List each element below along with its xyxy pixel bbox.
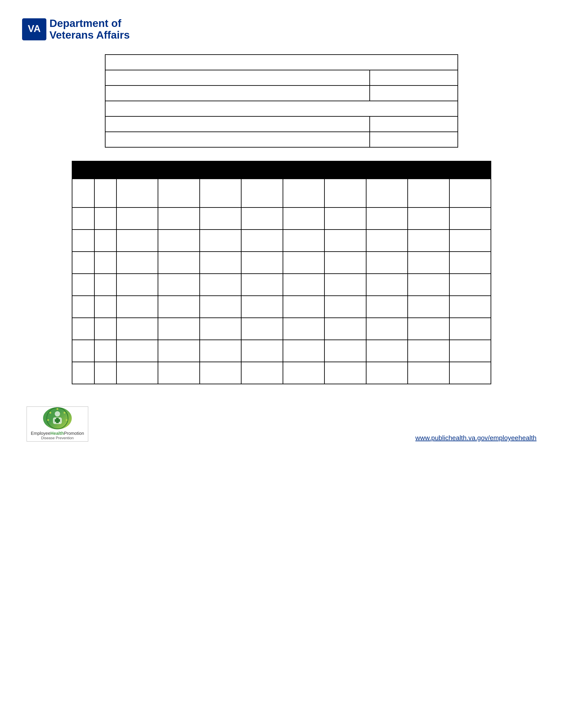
grid-cell[interactable] xyxy=(325,229,366,251)
grid-cell[interactable] xyxy=(283,229,324,251)
grid-cell[interactable] xyxy=(94,318,117,340)
grid-cell[interactable] xyxy=(241,362,283,384)
grid-cell[interactable] xyxy=(72,340,94,362)
grid-cell[interactable] xyxy=(283,362,324,384)
grid-cell[interactable] xyxy=(283,207,324,229)
grid-cell[interactable] xyxy=(72,362,94,384)
grid-cell[interactable] xyxy=(408,207,449,229)
grid-cell[interactable] xyxy=(241,340,283,362)
grid-cell[interactable] xyxy=(94,251,117,274)
grid-cell[interactable] xyxy=(449,362,491,384)
grid-cell[interactable] xyxy=(408,251,449,274)
grid-cell[interactable] xyxy=(158,229,199,251)
grid-cell[interactable] xyxy=(72,251,94,274)
grid-cell[interactable] xyxy=(449,274,491,296)
grid-cell[interactable] xyxy=(283,296,324,318)
grid-cell[interactable] xyxy=(72,207,94,229)
grid-cell[interactable] xyxy=(283,251,324,274)
website-link[interactable]: www.publichealth.va.gov/employeehealth xyxy=(415,434,537,442)
grid-cell[interactable] xyxy=(199,229,241,251)
grid-cell[interactable] xyxy=(199,274,241,296)
grid-cell[interactable] xyxy=(449,207,491,229)
grid-cell[interactable] xyxy=(199,251,241,274)
grid-cell[interactable] xyxy=(158,296,199,318)
ehp-logo-circle xyxy=(43,407,72,429)
grid-cell[interactable] xyxy=(94,207,117,229)
grid-cell[interactable] xyxy=(366,274,408,296)
grid-cell[interactable] xyxy=(199,207,241,229)
form-cell-left-2[interactable] xyxy=(105,70,370,85)
grid-cell[interactable] xyxy=(158,251,199,274)
grid-cell[interactable] xyxy=(94,362,117,384)
grid-cell[interactable] xyxy=(117,362,158,384)
grid-cell[interactable] xyxy=(449,340,491,362)
grid-cell[interactable] xyxy=(72,318,94,340)
grid-cell[interactable] xyxy=(117,274,158,296)
grid-cell[interactable] xyxy=(283,340,324,362)
grid-cell[interactable] xyxy=(366,229,408,251)
grid-cell[interactable] xyxy=(449,296,491,318)
grid-cell[interactable] xyxy=(117,207,158,229)
grid-cell[interactable] xyxy=(283,318,324,340)
form-cell-right-2[interactable] xyxy=(370,70,458,85)
grid-cell[interactable] xyxy=(241,251,283,274)
grid-cell[interactable] xyxy=(117,340,158,362)
grid-cell[interactable] xyxy=(325,296,366,318)
grid-cell[interactable] xyxy=(366,207,408,229)
grid-cell[interactable] xyxy=(408,274,449,296)
grid-cell[interactable] xyxy=(408,362,449,384)
grid-cell[interactable] xyxy=(325,274,366,296)
grid-cell[interactable] xyxy=(117,229,158,251)
grid-cell[interactable] xyxy=(366,362,408,384)
grid-cell[interactable] xyxy=(241,229,283,251)
grid-cell[interactable] xyxy=(94,274,117,296)
grid-cell[interactable] xyxy=(325,318,366,340)
grid-cell[interactable] xyxy=(117,251,158,274)
grid-cell[interactable] xyxy=(366,251,408,274)
grid-cell[interactable] xyxy=(408,229,449,251)
grid-cell[interactable] xyxy=(325,207,366,229)
grid-cell[interactable] xyxy=(408,318,449,340)
grid-cell[interactable] xyxy=(241,274,283,296)
grid-cell[interactable] xyxy=(199,296,241,318)
grid-cell[interactable] xyxy=(72,274,94,296)
grid-cell[interactable] xyxy=(366,318,408,340)
grid-cell[interactable] xyxy=(158,207,199,229)
grid-cell[interactable] xyxy=(72,229,94,251)
grid-cell[interactable] xyxy=(117,296,158,318)
form-cell-right-6[interactable] xyxy=(370,132,458,147)
grid-cell[interactable] xyxy=(94,229,117,251)
grid-cell[interactable] xyxy=(158,340,199,362)
grid-cell[interactable] xyxy=(94,340,117,362)
form-cell-left-6[interactable] xyxy=(105,132,370,147)
grid-cell[interactable] xyxy=(325,251,366,274)
form-cell-full-4[interactable] xyxy=(105,101,458,116)
grid-cell[interactable] xyxy=(199,340,241,362)
grid-cell[interactable] xyxy=(199,362,241,384)
grid-cell[interactable] xyxy=(158,318,199,340)
grid-cell[interactable] xyxy=(241,207,283,229)
form-cell-right-3[interactable] xyxy=(370,85,458,101)
grid-cell[interactable] xyxy=(449,251,491,274)
form-cell-left-3[interactable] xyxy=(105,85,370,101)
grid-cell[interactable] xyxy=(366,340,408,362)
grid-cell[interactable] xyxy=(72,296,94,318)
grid-cell[interactable] xyxy=(283,274,324,296)
grid-cell[interactable] xyxy=(158,362,199,384)
grid-cell[interactable] xyxy=(449,229,491,251)
form-cell-right-5[interactable] xyxy=(370,116,458,132)
form-cell-full-1[interactable] xyxy=(105,54,458,70)
grid-cell[interactable] xyxy=(408,296,449,318)
grid-cell[interactable] xyxy=(94,296,117,318)
grid-cell[interactable] xyxy=(117,318,158,340)
form-cell-left-5[interactable] xyxy=(105,116,370,132)
grid-cell[interactable] xyxy=(325,340,366,362)
grid-cell[interactable] xyxy=(241,318,283,340)
grid-cell[interactable] xyxy=(408,340,449,362)
grid-cell[interactable] xyxy=(158,274,199,296)
grid-cell[interactable] xyxy=(199,318,241,340)
grid-cell[interactable] xyxy=(366,296,408,318)
grid-cell[interactable] xyxy=(325,362,366,384)
grid-cell[interactable] xyxy=(241,296,283,318)
grid-cell[interactable] xyxy=(449,318,491,340)
